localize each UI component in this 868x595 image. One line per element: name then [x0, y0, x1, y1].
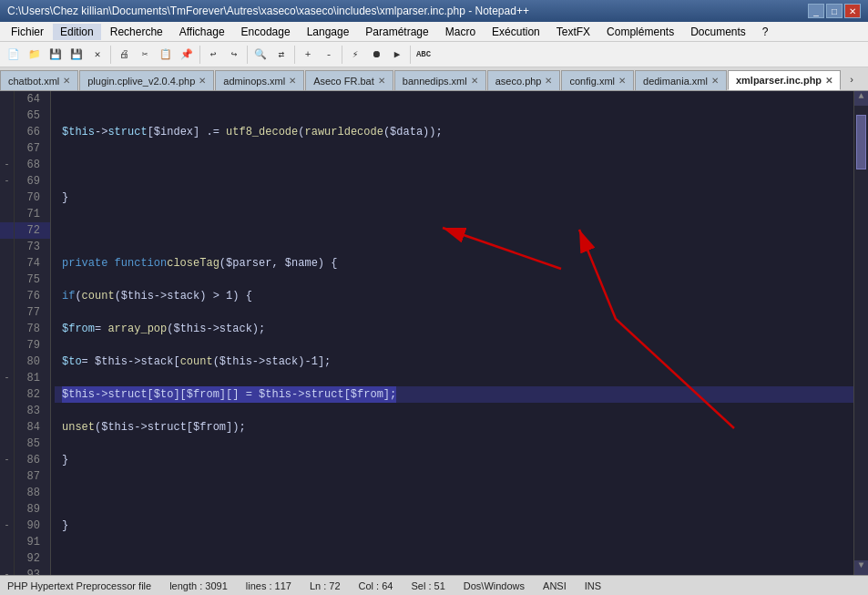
code-line-64: $this->struct[$index] .= utf8_decode(raw… [55, 124, 853, 140]
scroll-down-button[interactable]: ▼ [854, 560, 868, 575]
tab-adminops-close[interactable]: ✕ [289, 76, 296, 86]
maximize-button[interactable]: □ [826, 4, 842, 18]
menu-execution[interactable]: Exécution [485, 24, 547, 40]
undo-button[interactable]: ↩ [203, 45, 223, 65]
gutter-line-93: -93 [0, 567, 50, 575]
save-all-button[interactable]: 💾 [66, 45, 87, 65]
status-insert-mode: INS [585, 580, 601, 591]
gutter-line-84: 84 [0, 419, 50, 436]
paste-button[interactable]: 📌 [177, 45, 197, 65]
scroll-track[interactable] [854, 106, 868, 560]
tab-adminops[interactable]: adminops.xml ✕ [215, 70, 304, 90]
tab-aseco-php[interactable]: aseco.php ✕ [487, 70, 561, 90]
tab-plugin-label: plugin.cplive_v2.0.4.php [87, 76, 195, 87]
menu-encodage[interactable]: Encodage [234, 24, 298, 40]
gutter-line-92: 92 [0, 550, 50, 567]
code-line-67 [55, 222, 853, 239]
menu-help[interactable]: ? [755, 24, 776, 40]
sep5 [342, 46, 342, 64]
status-line-endings: Dos\Windows [464, 580, 525, 591]
cut-button[interactable]: ✂ [135, 45, 155, 65]
macro-rec-button[interactable]: ⏺ [366, 45, 386, 65]
scroll-thumb[interactable] [856, 115, 866, 169]
tab-dedimania-label: dedimania.xml [643, 76, 708, 87]
sep1 [110, 46, 111, 64]
tab-chatbot-label: chatbot.xml [8, 76, 59, 87]
sync-button[interactable]: ⚡ [345, 45, 365, 65]
close-button[interactable]: ✕ [844, 4, 861, 18]
tab-scroll-right[interactable]: › [842, 70, 862, 90]
gutter-line-79: 79 [0, 337, 50, 354]
save-button[interactable]: 💾 [46, 45, 66, 65]
replace-button[interactable]: ⇄ [271, 45, 291, 65]
tab-dedimania-close[interactable]: ✕ [711, 76, 719, 86]
menu-macro[interactable]: Macro [438, 24, 483, 40]
menu-parametrage[interactable]: Paramétrage [358, 24, 435, 40]
zoom-out-button[interactable]: - [319, 45, 339, 65]
copy-button[interactable]: 📋 [156, 45, 176, 65]
find-button[interactable]: 🔍 [250, 45, 271, 65]
redo-button[interactable]: ↪ [224, 45, 244, 65]
code-line-74: } [55, 452, 853, 468]
tab-aseco-fr-label: Aseco FR.bat [313, 76, 374, 87]
tab-xmlparser[interactable]: xmlparser.inc.php ✕ [728, 70, 841, 90]
gutter-line-76: 76 [0, 288, 50, 304]
status-length: length : 3091 [169, 580, 228, 591]
menu-fichier[interactable]: Fichier [4, 24, 51, 40]
title-bar: C:\Users\Chez killian\Documents\TmForeve… [0, 0, 868, 22]
status-lines: lines : 117 [246, 580, 291, 591]
code-line-73: unset($this->struct[$from]); [55, 419, 853, 436]
gutter-line-78: 78 [0, 321, 50, 337]
menu-affichage[interactable]: Affichage [172, 24, 232, 40]
tab-aseco-php-close[interactable]: ✕ [545, 76, 552, 86]
sep6 [410, 46, 411, 64]
menu-edition[interactable]: Edition [53, 24, 101, 40]
tab-xmlparser-close[interactable]: ✕ [825, 76, 832, 86]
gutter-line-71: 71 [0, 206, 50, 222]
print-button[interactable]: 🖨 [114, 45, 134, 65]
menu-recherche[interactable]: Recherche [103, 24, 170, 40]
tab-plugin-close[interactable]: ✕ [199, 76, 206, 86]
tab-bannedips[interactable]: bannedips.xml ✕ [394, 70, 486, 90]
status-encoding: ANSI [543, 580, 567, 591]
menu-documents[interactable]: Documents [683, 24, 753, 40]
code-line-75 [55, 485, 853, 501]
menu-textfx[interactable]: TextFX [549, 24, 597, 40]
gutter-line-80: 80 [0, 354, 50, 370]
code-line-77 [55, 550, 853, 567]
menu-complements[interactable]: Compléments [599, 24, 681, 40]
gutter-line-67: 67 [0, 140, 50, 157]
tab-xmlparser-label: xmlparser.inc.php [736, 75, 822, 86]
gutter-line-72: 72 [0, 222, 50, 239]
open-button[interactable]: 📁 [25, 45, 45, 65]
tab-bannedips-close[interactable]: ✕ [471, 76, 478, 86]
tab-plugin[interactable]: plugin.cplive_v2.0.4.php ✕ [79, 70, 214, 90]
gutter-line-68: -68 [0, 157, 50, 173]
minimize-button[interactable]: _ [808, 4, 824, 18]
code-line-70: $from = array_pop($this->stack); [55, 321, 853, 337]
sep2 [199, 46, 200, 64]
tab-adminops-label: adminops.xml [223, 76, 285, 87]
tab-chatbot[interactable]: chatbot.xml ✕ [0, 70, 78, 90]
zoom-in-button[interactable]: + [298, 45, 318, 65]
tab-chatbot-close[interactable]: ✕ [63, 76, 70, 86]
tab-config-close[interactable]: ✕ [618, 76, 626, 86]
tab-aseco-fr-close[interactable]: ✕ [378, 76, 385, 86]
toolbar: 📄 📁 💾 💾 ✕ 🖨 ✂ 📋 📌 ↩ ↪ 🔍 ⇄ + - ⚡ ⏺ ▶ ABC [0, 42, 868, 67]
macro-play-button[interactable]: ▶ [387, 45, 407, 65]
menu-langage[interactable]: Langage [300, 24, 357, 40]
scroll-up-button[interactable]: ▲ [854, 91, 868, 106]
gutter-line-65: 65 [0, 108, 50, 124]
tab-aseco-fr[interactable]: Aseco FR.bat ✕ [305, 70, 393, 90]
tab-config[interactable]: config.xml ✕ [561, 70, 634, 90]
gutter-line-64: 64 [0, 91, 50, 108]
close-button[interactable]: ✕ [87, 45, 107, 65]
abc-button[interactable]: ABC [414, 45, 434, 65]
window-title: C:\Users\Chez killian\Documents\TmForeve… [7, 5, 808, 17]
tab-bar: chatbot.xml ✕ plugin.cplive_v2.0.4.php ✕… [0, 67, 868, 91]
new-button[interactable]: 📄 [4, 45, 24, 65]
tab-dedimania[interactable]: dedimania.xml ✕ [635, 70, 727, 90]
code-area[interactable]: $this->struct[$index] .= utf8_decode(raw… [51, 91, 853, 575]
status-sel: Sel : 51 [411, 580, 444, 591]
code-line-72: $this->struct[$to][$from][] = $this->str… [55, 386, 853, 403]
